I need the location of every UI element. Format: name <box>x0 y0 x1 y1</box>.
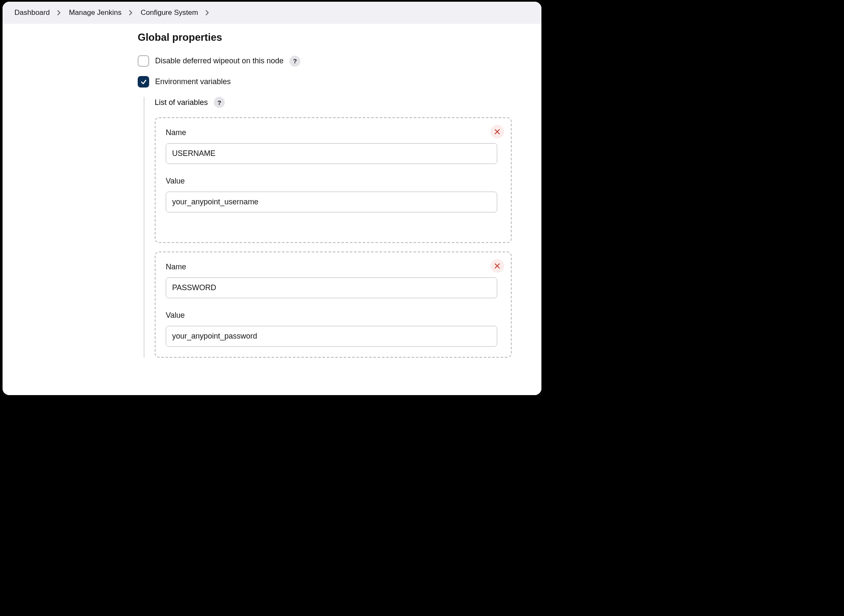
breadcrumb-item-manage-jenkins[interactable]: Manage Jenkins <box>69 8 122 17</box>
variable-value-input[interactable] <box>166 192 497 212</box>
variable-value-input[interactable] <box>166 326 497 347</box>
value-label: Value <box>166 311 501 320</box>
remove-variable-button[interactable] <box>490 125 504 138</box>
remove-variable-button[interactable] <box>490 259 504 273</box>
page-title: Global properties <box>138 31 512 43</box>
variable-card: Name Value <box>155 251 512 358</box>
close-icon <box>494 263 500 269</box>
help-icon[interactable]: ? <box>214 97 225 108</box>
chevron-right-icon <box>129 10 133 15</box>
breadcrumb-item-configure-system[interactable]: Configure System <box>141 8 198 17</box>
name-label: Name <box>166 263 501 271</box>
disable-wipeout-label: Disable deferred wipeout on this node <box>155 57 283 65</box>
variable-name-input[interactable] <box>166 277 497 298</box>
env-vars-block: List of variables ? Name Value <box>144 97 512 358</box>
variable-name-input[interactable] <box>166 143 497 164</box>
option-env-vars: Environment variables <box>138 76 512 88</box>
name-label: Name <box>166 128 501 137</box>
env-vars-label: Environment variables <box>155 77 231 86</box>
disable-wipeout-checkbox[interactable] <box>138 55 149 67</box>
chevron-right-icon <box>57 10 61 15</box>
option-disable-wipeout: Disable deferred wipeout on this node ? <box>138 55 512 67</box>
help-icon[interactable]: ? <box>289 56 300 67</box>
close-icon <box>494 129 500 135</box>
breadcrumb-item-dashboard[interactable]: Dashboard <box>14 8 50 17</box>
env-vars-checkbox[interactable] <box>138 76 149 88</box>
variable-card: Name Value <box>155 117 512 243</box>
chevron-right-icon <box>206 10 210 15</box>
value-label: Value <box>166 177 501 186</box>
breadcrumb: Dashboard Manage Jenkins Configure Syste… <box>3 2 541 24</box>
list-of-variables-label: List of variables <box>155 98 208 107</box>
